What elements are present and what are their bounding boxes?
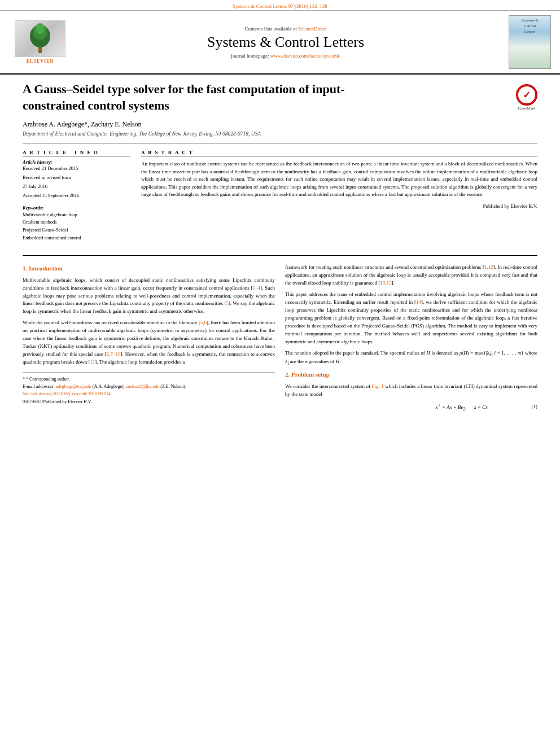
journal-citation-bar: Systems & Control Letters 97 (2016) 132–… bbox=[0, 0, 560, 11]
right-para1: framework for treating such nonlinear st… bbox=[285, 264, 537, 287]
paper-container: ✓ CrossMark A Gauss–Seidel type solver f… bbox=[0, 75, 560, 427]
article-info-abstract-row: A R T I C L E I N F O Article history: R… bbox=[23, 150, 537, 247]
right-para3: The notation adopted in the paper is sta… bbox=[285, 350, 537, 367]
equation-1: x+ = Ax + Be2, z = Cx (1) bbox=[285, 402, 537, 412]
footnote-area: * * Corresponding author. E-mail address… bbox=[23, 372, 275, 405]
section1-para2: While the issue of well-posedness has re… bbox=[23, 319, 275, 366]
equation-number: (1) bbox=[520, 403, 537, 411]
abstract-section: A B S T R A C T An important class of no… bbox=[141, 150, 537, 247]
accepted-date: Accepted 15 September 2016 bbox=[23, 193, 130, 199]
journal-header-center: Contents lists available at ScienceDirec… bbox=[71, 26, 500, 59]
revised-date: 27 July 2016 bbox=[23, 184, 130, 190]
received-date: Received 21 December 2015 bbox=[23, 165, 130, 172]
left-column: 1. Introduction Multivariable algebraic … bbox=[23, 264, 275, 416]
svg-point-4 bbox=[31, 37, 36, 41]
section2-area: 2. Problem setup We consider the interco… bbox=[285, 370, 537, 412]
section2-title: 2. Problem setup bbox=[285, 370, 537, 379]
keywords-section: Keywords: Multivariable algebraic loop G… bbox=[23, 205, 130, 242]
revised-label: Received in revised form bbox=[23, 174, 130, 181]
separator-1 bbox=[23, 143, 537, 144]
ref-14[interactable]: 14 bbox=[416, 299, 421, 305]
keywords-label: Keywords: bbox=[23, 205, 130, 211]
journal-homepage: journal homepage: www.elsevier.com/locat… bbox=[71, 53, 500, 59]
keyword-2: Gradient methods bbox=[23, 219, 130, 226]
section1-para1: Multivariable algebraic loops, which con… bbox=[23, 277, 275, 316]
elsevier-logo: ELSEVIER bbox=[9, 20, 71, 64]
ref-5-6[interactable]: 5,6 bbox=[200, 320, 207, 325]
equation-text: x+ = Ax + Be2, z = Cx bbox=[403, 402, 521, 412]
keyword-3: Projected Gauss–Seidel bbox=[23, 226, 130, 234]
keyword-1: Multivariable algebraic loop bbox=[23, 211, 130, 219]
section1-title: 1. Introduction bbox=[23, 264, 275, 273]
svg-point-3 bbox=[36, 23, 45, 34]
journal-cover-text: Systems &ControlLetters bbox=[521, 18, 539, 34]
article-info-header: A R T I C L E I N F O bbox=[23, 150, 130, 157]
article-info-section: A R T I C L E I N F O Article history: R… bbox=[23, 150, 130, 199]
ref-5[interactable]: 5 bbox=[226, 300, 229, 306]
footnote-star: * * Corresponding author. bbox=[23, 376, 275, 382]
svg-point-5 bbox=[45, 37, 49, 41]
journal-header: ELSEVIER Contents lists available at Sci… bbox=[0, 11, 560, 75]
doi-link[interactable]: http://dx.doi.org/10.1016/j.sysconle.201… bbox=[23, 391, 111, 396]
keywords-list: Multivariable algebraic loop Gradient me… bbox=[23, 211, 130, 242]
authors-text: Ambrose A. Adegbege*, Zachary E. Nelson bbox=[23, 120, 142, 128]
sciencedirect-link[interactable]: ScienceDirect bbox=[298, 26, 326, 32]
ref-10-13[interactable]: 10,13 bbox=[380, 280, 391, 286]
journal-title: Systems & Control Letters bbox=[71, 34, 500, 51]
crossmark-area: ✓ CrossMark bbox=[516, 84, 537, 111]
fig1-ref[interactable]: Fig. 1 bbox=[372, 383, 384, 389]
svg-text:✓: ✓ bbox=[523, 90, 531, 101]
right-column: framework for treating such nonlinear st… bbox=[285, 264, 537, 416]
elsevier-wordmark: ELSEVIER bbox=[27, 59, 54, 64]
authors-line: Ambrose A. Adegbege*, Zachary E. Nelson bbox=[23, 120, 537, 129]
article-info-column: A R T I C L E I N F O Article history: R… bbox=[23, 150, 130, 247]
history-label: Article history: bbox=[23, 159, 130, 165]
ref-1-12[interactable]: 1,12 bbox=[484, 264, 493, 270]
ref-2-7-10[interactable]: 2,7–10 bbox=[107, 351, 121, 357]
crossmark-badge: ✓ bbox=[516, 84, 537, 106]
sciencedirect-label: Contents lists available at ScienceDirec… bbox=[71, 26, 500, 32]
paper-title: A Gauss–Seidel type solver for the fast … bbox=[23, 81, 406, 113]
abstract-header: A B S T R A C T bbox=[141, 150, 537, 157]
ref-11[interactable]: 11 bbox=[90, 359, 95, 365]
journal-citation-text: Systems & Control Letters 97 (2016) 132–… bbox=[233, 3, 327, 9]
crossmark-icon: ✓ bbox=[517, 85, 536, 105]
published-by: Published by Elsevier B.V. bbox=[141, 203, 537, 209]
elsevier-logo-area: ELSEVIER bbox=[9, 20, 71, 64]
section2-intro: We consider the interconnected system of… bbox=[285, 383, 537, 399]
elsevier-tree-svg bbox=[18, 22, 63, 56]
issn-text: 0167-6911/Published by Elsevier B.V. bbox=[23, 399, 275, 405]
right-para2: This paper addresses the issue of embedd… bbox=[285, 291, 537, 346]
footnote-emails: E-mail addresses: adegbega@tcnj.edu (A.A… bbox=[23, 383, 275, 390]
doi-text: http://dx.doi.org/10.1016/j.sysconle.201… bbox=[23, 391, 275, 397]
crossmark-label: CrossMark bbox=[516, 106, 537, 111]
journal-cover-area: Systems &ControlLetters bbox=[500, 15, 551, 69]
journal-homepage-link[interactable]: www.elsevier.com/locate/sysconle bbox=[270, 53, 340, 59]
email2-link[interactable]: znelson2@jhu.edu bbox=[126, 384, 160, 389]
keyword-4: Embedded constrained control bbox=[23, 234, 130, 242]
email1-link[interactable]: adegbega@tcnj.edu bbox=[56, 384, 91, 389]
abstract-text: An important class of nonlinear control … bbox=[141, 160, 537, 199]
body-columns: 1. Introduction Multivariable algebraic … bbox=[23, 264, 537, 416]
separator-thick bbox=[23, 255, 537, 256]
elsevier-logo-image bbox=[15, 20, 65, 57]
affiliation-text: Department of Electrical and Computer En… bbox=[23, 131, 537, 137]
ref-1-4[interactable]: 1–4 bbox=[252, 285, 260, 291]
journal-cover-image: Systems &ControlLetters bbox=[509, 15, 551, 69]
